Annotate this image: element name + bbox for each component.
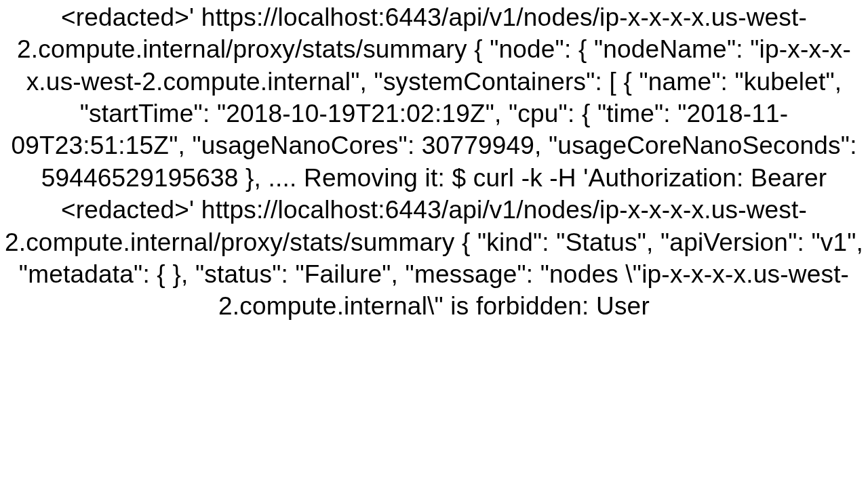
body-text: <redacted>' https://localhost:6443/api/v… — [0, 0, 868, 323]
